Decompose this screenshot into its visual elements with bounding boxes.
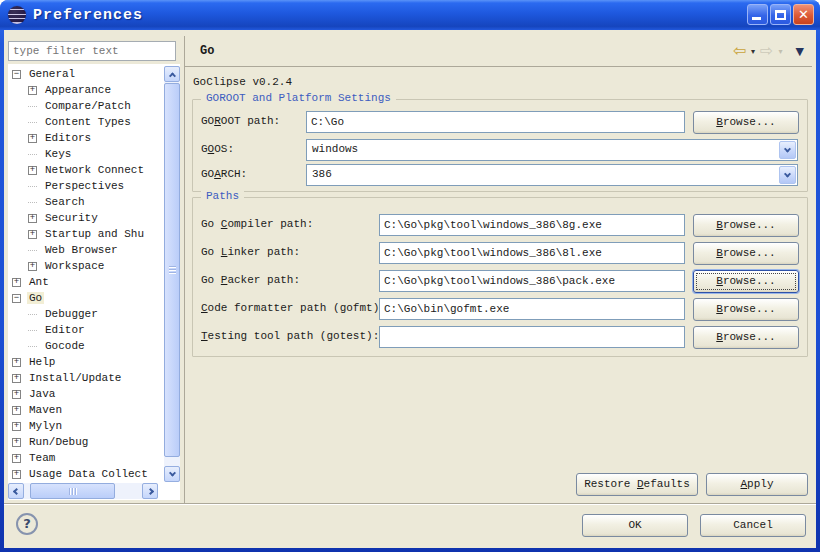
tree-item-install-update[interactable]: +Install/Update [8, 370, 163, 386]
tree-item-appearance[interactable]: +Appearance [8, 82, 163, 98]
maximize-button[interactable] [770, 4, 791, 25]
tree-item-compare-patch[interactable]: Compare/Patch [8, 98, 163, 114]
titlebar[interactable]: Preferences ✕ [0, 0, 820, 30]
expand-icon[interactable]: + [28, 134, 37, 143]
back-arrow-icon[interactable]: ⇦ [733, 43, 746, 59]
tree-item-ant[interactable]: +Ant [8, 274, 163, 290]
goos-combo[interactable]: windows [306, 139, 798, 161]
tree-item-web-browser[interactable]: Web Browser [8, 242, 163, 258]
eclipse-logo-icon [8, 6, 26, 24]
tree-item-go[interactable]: −Go [8, 290, 163, 306]
code-formatter-path-browse-button[interactable]: Browse... [693, 298, 799, 321]
tree-item-team[interactable]: +Team [8, 450, 163, 466]
expand-icon[interactable]: + [28, 262, 37, 271]
expand-icon[interactable]: + [12, 406, 21, 415]
go-compiler-path-input[interactable] [379, 214, 685, 236]
scroll-right-button[interactable] [142, 483, 158, 499]
horizontal-scroll-thumb[interactable] [30, 483, 115, 499]
expand-icon[interactable]: + [12, 470, 21, 479]
go-compiler-path-browse-button[interactable]: Browse... [693, 214, 799, 237]
tree-item-general[interactable]: −General [8, 66, 163, 82]
tree-item-label: Help [27, 356, 57, 368]
help-button[interactable]: ? [16, 513, 38, 535]
tree-item-keys[interactable]: Keys [8, 146, 163, 162]
collapse-icon[interactable]: − [12, 294, 21, 303]
tree-item-label: Security [43, 212, 100, 224]
tree-item-mylyn[interactable]: +Mylyn [8, 418, 163, 434]
go-packer-path-browse-button[interactable]: Browse... [693, 270, 799, 293]
view-menu-icon[interactable]: ▼ [796, 45, 804, 58]
goroot-browse-button[interactable]: Browse... [693, 111, 799, 134]
expand-icon[interactable]: + [12, 422, 21, 431]
tree-horizontal-scrollbar[interactable] [8, 483, 158, 499]
go-packer-path-input[interactable] [379, 270, 685, 292]
tree-item-workspace[interactable]: +Workspace [8, 258, 163, 274]
scroll-up-button[interactable] [164, 66, 180, 82]
cancel-button[interactable]: Cancel [700, 514, 806, 537]
tree-item-security[interactable]: +Security [8, 210, 163, 226]
restore-defaults-button[interactable]: Restore Defaults [576, 473, 698, 496]
expand-icon[interactable]: + [12, 374, 21, 383]
goroot-path-label: GOROOT path: [201, 115, 280, 127]
goarch-selected-value: 386 [312, 168, 332, 180]
tree-item-label: Perspectives [43, 180, 126, 192]
ok-button[interactable]: OK [582, 514, 688, 537]
tree-item-run-debug[interactable]: +Run/Debug [8, 434, 163, 450]
tree-item-label: Debugger [43, 308, 100, 320]
expand-icon[interactable]: + [12, 390, 21, 399]
scroll-down-button[interactable] [164, 466, 180, 482]
tree-item-help[interactable]: +Help [8, 354, 163, 370]
minimize-button[interactable] [747, 4, 768, 25]
scroll-left-button[interactable] [8, 483, 24, 499]
expand-icon[interactable]: + [12, 278, 21, 287]
tree-leaf-dash [28, 246, 37, 255]
preferences-tree[interactable]: −General+AppearanceCompare/PatchContent … [8, 64, 180, 500]
tree-item-editor[interactable]: Editor [8, 322, 163, 338]
expand-icon[interactable]: + [28, 86, 37, 95]
tree-vertical-scrollbar[interactable] [164, 66, 180, 482]
expand-icon[interactable]: + [12, 454, 21, 463]
testing-tool-path-browse-button[interactable]: Browse... [693, 326, 799, 349]
tree-item-gocode[interactable]: Gocode [8, 338, 163, 354]
tree-item-usage-data-collector[interactable]: +Usage Data Collect [8, 466, 163, 482]
tree-item-maven[interactable]: +Maven [8, 402, 163, 418]
go-linker-path-browse-button[interactable]: Browse... [693, 242, 799, 265]
maximize-icon [775, 10, 786, 20]
minimize-icon [752, 17, 761, 20]
tree-item-label: Appearance [43, 84, 113, 96]
tree-item-content-types[interactable]: Content Types [8, 114, 163, 130]
expand-icon[interactable]: + [12, 438, 21, 447]
expand-icon[interactable]: + [12, 358, 21, 367]
tree-item-perspectives[interactable]: Perspectives [8, 178, 163, 194]
testing-tool-path-label: Testing tool path (gotest): [201, 330, 379, 342]
tree-item-network-connections[interactable]: +Network Connect [8, 162, 163, 178]
vertical-scroll-thumb[interactable] [164, 83, 180, 457]
apply-button[interactable]: Apply [706, 473, 808, 496]
tree-item-debugger[interactable]: Debugger [8, 306, 163, 322]
tree-item-startup-and-shutdown[interactable]: +Startup and Shu [8, 226, 163, 242]
expand-icon[interactable]: + [28, 230, 37, 239]
tree-item-java[interactable]: +Java [8, 386, 163, 402]
go-packer-path-label: Go Packer path: [201, 274, 300, 286]
combo-dropdown-button[interactable] [779, 141, 796, 159]
close-button[interactable]: ✕ [793, 4, 814, 25]
tree-item-label: Maven [27, 404, 64, 416]
paths-group: Paths Go Compiler path: Browse... Go Lin… [192, 197, 808, 357]
tree-leaf-dash [28, 326, 37, 335]
collapse-icon[interactable]: − [12, 70, 21, 79]
go-linker-path-input[interactable] [379, 242, 685, 264]
tree-item-label: Editors [43, 132, 93, 144]
tree-item-editors[interactable]: +Editors [8, 130, 163, 146]
tree-item-search[interactable]: Search [8, 194, 163, 210]
goroot-path-input[interactable] [306, 111, 685, 133]
testing-tool-path-input[interactable] [379, 326, 685, 348]
expand-icon[interactable]: + [28, 214, 37, 223]
combo-dropdown-button[interactable] [779, 166, 796, 184]
back-menu-caret-icon[interactable]: ▾ [751, 47, 755, 56]
goarch-combo[interactable]: 386 [306, 164, 798, 186]
forward-menu-caret-icon: ▾ [779, 47, 783, 56]
expand-icon[interactable]: + [28, 166, 37, 175]
filter-input[interactable] [8, 41, 176, 61]
thumb-grip-icon [69, 488, 77, 495]
code-formatter-path-input[interactable] [379, 298, 685, 320]
